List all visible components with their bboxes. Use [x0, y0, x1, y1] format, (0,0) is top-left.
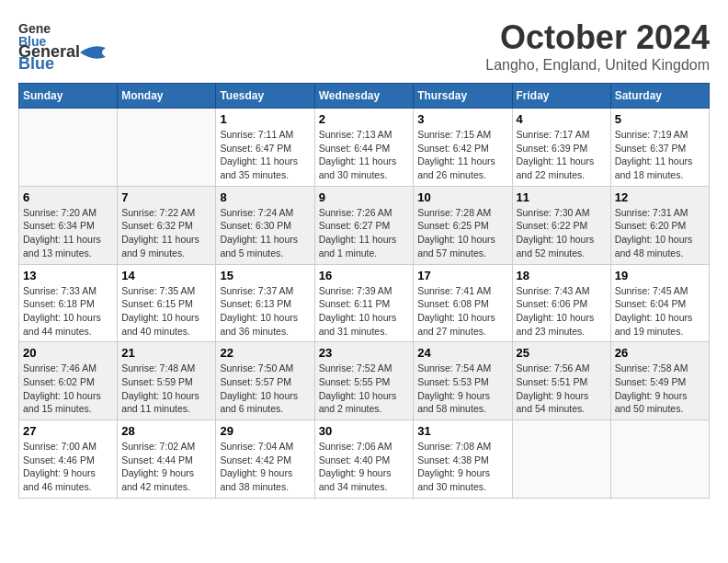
- calendar-day-cell: 16Sunrise: 7:39 AM Sunset: 6:11 PM Dayli…: [314, 264, 414, 342]
- weekday-header: Wednesday: [314, 84, 414, 109]
- day-info: Sunrise: 7:30 AM Sunset: 6:22 PM Dayligh…: [517, 206, 607, 260]
- calendar-day-cell: 8Sunrise: 7:24 AM Sunset: 6:30 PM Daylig…: [216, 186, 314, 264]
- calendar-day-cell: 15Sunrise: 7:37 AM Sunset: 6:13 PM Dayli…: [216, 264, 314, 342]
- location: Langho, England, United Kingdom: [485, 57, 710, 74]
- calendar-day-cell: 6Sunrise: 7:20 AM Sunset: 6:34 PM Daylig…: [19, 186, 118, 264]
- calendar-day-cell: 27Sunrise: 7:00 AM Sunset: 4:46 PM Dayli…: [19, 420, 118, 499]
- day-info: Sunrise: 7:46 AM Sunset: 6:02 PM Dayligh…: [23, 362, 113, 416]
- day-number: 1: [220, 112, 310, 126]
- day-info: Sunrise: 7:52 AM Sunset: 5:55 PM Dayligh…: [319, 362, 410, 416]
- calendar-day-cell: 9Sunrise: 7:26 AM Sunset: 6:27 PM Daylig…: [314, 186, 414, 264]
- day-info: Sunrise: 7:45 AM Sunset: 6:04 PM Dayligh…: [615, 284, 705, 339]
- day-number: 7: [121, 190, 211, 204]
- calendar-day-cell: [118, 109, 216, 187]
- day-info: Sunrise: 7:13 AM Sunset: 6:44 PM Dayligh…: [319, 128, 410, 182]
- day-info: Sunrise: 7:35 AM Sunset: 6:15 PM Dayligh…: [121, 284, 211, 339]
- page-header: General Blue General Blue October 2024 L…: [18, 18, 710, 74]
- calendar-day-cell: 26Sunrise: 7:58 AM Sunset: 5:49 PM Dayli…: [610, 342, 709, 420]
- day-info: Sunrise: 7:26 AM Sunset: 6:27 PM Dayligh…: [319, 206, 410, 260]
- calendar-day-cell: 13Sunrise: 7:33 AM Sunset: 6:18 PM Dayli…: [19, 264, 118, 342]
- calendar-day-cell: 17Sunrise: 7:41 AM Sunset: 6:08 PM Dayli…: [414, 264, 512, 342]
- day-number: 11: [517, 190, 607, 204]
- day-info: Sunrise: 7:48 AM Sunset: 5:59 PM Dayligh…: [121, 362, 211, 416]
- day-number: 14: [121, 269, 211, 282]
- calendar-day-cell: 14Sunrise: 7:35 AM Sunset: 6:15 PM Dayli…: [118, 264, 216, 342]
- day-number: 16: [319, 269, 410, 282]
- calendar-day-cell: 11Sunrise: 7:30 AM Sunset: 6:22 PM Dayli…: [512, 186, 610, 264]
- calendar-day-cell: 31Sunrise: 7:08 AM Sunset: 4:38 PM Dayli…: [414, 420, 512, 499]
- weekday-header: Saturday: [610, 84, 709, 109]
- day-number: 30: [319, 424, 410, 438]
- calendar-day-cell: 1Sunrise: 7:11 AM Sunset: 6:47 PM Daylig…: [216, 109, 314, 187]
- day-info: Sunrise: 7:22 AM Sunset: 6:32 PM Dayligh…: [121, 206, 211, 260]
- day-number: 26: [615, 346, 705, 360]
- day-info: Sunrise: 7:56 AM Sunset: 5:51 PM Dayligh…: [517, 362, 607, 416]
- day-number: 27: [23, 424, 113, 438]
- calendar-day-cell: 19Sunrise: 7:45 AM Sunset: 6:04 PM Dayli…: [610, 264, 709, 342]
- day-number: 29: [220, 424, 310, 438]
- logo-blue: Blue: [18, 54, 54, 74]
- weekday-header: Monday: [118, 84, 216, 109]
- day-info: Sunrise: 7:15 AM Sunset: 6:42 PM Dayligh…: [417, 128, 507, 182]
- calendar-day-cell: 22Sunrise: 7:50 AM Sunset: 5:57 PM Dayli…: [216, 342, 314, 420]
- calendar-day-cell: 28Sunrise: 7:02 AM Sunset: 4:44 PM Dayli…: [118, 420, 216, 499]
- day-info: Sunrise: 7:39 AM Sunset: 6:11 PM Dayligh…: [319, 284, 410, 339]
- day-number: 24: [417, 346, 507, 360]
- day-number: 9: [319, 190, 410, 204]
- day-info: Sunrise: 7:24 AM Sunset: 6:30 PM Dayligh…: [220, 206, 310, 260]
- calendar-day-cell: [512, 420, 610, 499]
- day-info: Sunrise: 7:54 AM Sunset: 5:53 PM Dayligh…: [417, 362, 507, 416]
- calendar-day-cell: 10Sunrise: 7:28 AM Sunset: 6:25 PM Dayli…: [414, 186, 512, 264]
- weekday-header: Tuesday: [216, 84, 314, 109]
- calendar-day-cell: 20Sunrise: 7:46 AM Sunset: 6:02 PM Dayli…: [19, 342, 118, 420]
- day-info: Sunrise: 7:20 AM Sunset: 6:34 PM Dayligh…: [23, 206, 113, 260]
- logo-swoosh: [80, 43, 106, 62]
- day-number: 22: [220, 346, 310, 360]
- day-info: Sunrise: 7:06 AM Sunset: 4:40 PM Dayligh…: [319, 440, 410, 494]
- calendar-day-cell: 29Sunrise: 7:04 AM Sunset: 4:42 PM Dayli…: [216, 420, 314, 499]
- calendar-week-row: 20Sunrise: 7:46 AM Sunset: 6:02 PM Dayli…: [19, 342, 710, 420]
- day-info: Sunrise: 7:08 AM Sunset: 4:38 PM Dayligh…: [417, 440, 507, 494]
- day-number: 10: [417, 190, 507, 204]
- calendar-day-cell: 2Sunrise: 7:13 AM Sunset: 6:44 PM Daylig…: [314, 109, 414, 187]
- calendar-day-cell: 24Sunrise: 7:54 AM Sunset: 5:53 PM Dayli…: [414, 342, 512, 420]
- calendar-day-cell: 23Sunrise: 7:52 AM Sunset: 5:55 PM Dayli…: [314, 342, 414, 420]
- day-number: 5: [615, 112, 705, 126]
- calendar-week-row: 6Sunrise: 7:20 AM Sunset: 6:34 PM Daylig…: [19, 186, 710, 264]
- day-info: Sunrise: 7:37 AM Sunset: 6:13 PM Dayligh…: [220, 284, 310, 339]
- calendar-day-cell: 4Sunrise: 7:17 AM Sunset: 6:39 PM Daylig…: [512, 109, 610, 187]
- day-info: Sunrise: 7:43 AM Sunset: 6:06 PM Dayligh…: [517, 284, 607, 339]
- day-number: 2: [319, 112, 410, 126]
- day-number: 31: [417, 424, 507, 438]
- day-info: Sunrise: 7:00 AM Sunset: 4:46 PM Dayligh…: [23, 440, 113, 494]
- day-number: 19: [615, 269, 705, 282]
- calendar-day-cell: 5Sunrise: 7:19 AM Sunset: 6:37 PM Daylig…: [610, 109, 709, 187]
- day-number: 15: [220, 269, 310, 282]
- calendar-day-cell: [19, 109, 118, 187]
- day-number: 18: [517, 269, 607, 282]
- day-number: 20: [23, 346, 113, 360]
- day-info: Sunrise: 7:31 AM Sunset: 6:20 PM Dayligh…: [615, 206, 705, 260]
- calendar-day-cell: 18Sunrise: 7:43 AM Sunset: 6:06 PM Dayli…: [512, 264, 610, 342]
- calendar-week-row: 1Sunrise: 7:11 AM Sunset: 6:47 PM Daylig…: [19, 109, 710, 187]
- day-info: Sunrise: 7:41 AM Sunset: 6:08 PM Dayligh…: [417, 284, 507, 339]
- day-number: 8: [220, 190, 310, 204]
- month-title: October 2024: [485, 18, 710, 57]
- day-info: Sunrise: 7:19 AM Sunset: 6:37 PM Dayligh…: [615, 128, 705, 182]
- calendar-header-row: SundayMondayTuesdayWednesdayThursdayFrid…: [19, 84, 710, 109]
- calendar-day-cell: [610, 420, 709, 499]
- day-info: Sunrise: 7:50 AM Sunset: 5:57 PM Dayligh…: [220, 362, 310, 416]
- calendar-day-cell: 12Sunrise: 7:31 AM Sunset: 6:20 PM Dayli…: [610, 186, 709, 264]
- calendar-day-cell: 21Sunrise: 7:48 AM Sunset: 5:59 PM Dayli…: [118, 342, 216, 420]
- day-info: Sunrise: 7:33 AM Sunset: 6:18 PM Dayligh…: [23, 284, 113, 339]
- calendar-day-cell: 3Sunrise: 7:15 AM Sunset: 6:42 PM Daylig…: [414, 109, 512, 187]
- day-number: 23: [319, 346, 410, 360]
- day-number: 12: [615, 190, 705, 204]
- day-info: Sunrise: 7:02 AM Sunset: 4:44 PM Dayligh…: [121, 440, 211, 494]
- calendar-week-row: 13Sunrise: 7:33 AM Sunset: 6:18 PM Dayli…: [19, 264, 710, 342]
- calendar-day-cell: 7Sunrise: 7:22 AM Sunset: 6:32 PM Daylig…: [118, 186, 216, 264]
- day-number: 13: [23, 269, 113, 282]
- day-number: 21: [121, 346, 211, 360]
- calendar-table: SundayMondayTuesdayWednesdayThursdayFrid…: [18, 83, 710, 499]
- day-number: 25: [517, 346, 607, 360]
